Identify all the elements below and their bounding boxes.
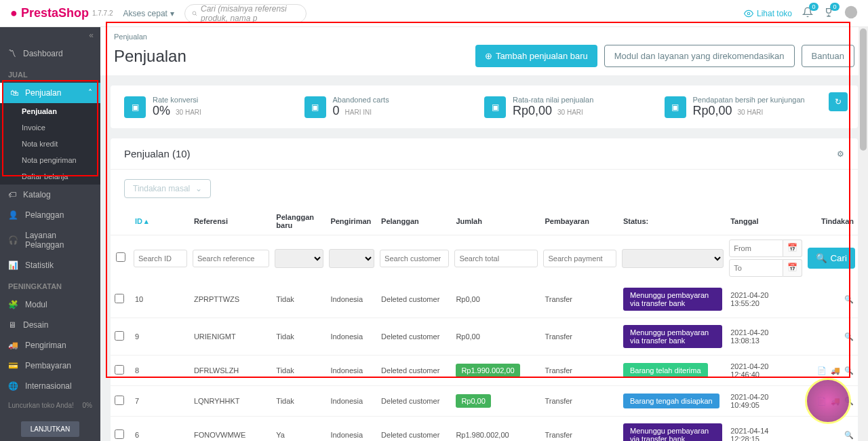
katalog-label: Katalog bbox=[23, 190, 51, 199]
cell-id: 6 bbox=[131, 417, 190, 442]
search-placeholder: Cari (misalnya referensi produk, nama p bbox=[201, 4, 299, 23]
cell-total: Rp1.980.002,00 bbox=[452, 417, 540, 442]
svg-point-0 bbox=[193, 11, 196, 14]
sidebar-item-statistik[interactable]: 📊Statistik bbox=[0, 255, 100, 275]
quick-access-label: Akses cepat bbox=[123, 9, 167, 18]
cell-cust: Deleted customer bbox=[377, 417, 452, 442]
debug-badge: 0 bbox=[830, 3, 840, 11]
row-checkbox[interactable] bbox=[115, 396, 124, 405]
sidebar-item-pengiriman[interactable]: 🚚Pengiriman bbox=[0, 335, 100, 356]
cell-ship: Indonesia bbox=[326, 417, 377, 442]
desain-label: Desain bbox=[23, 320, 48, 330]
table-row[interactable]: 7 LQNRYHHKT Tidak Indonesia Deleted cust… bbox=[111, 386, 858, 417]
pembayaran-label: Pembayaran bbox=[25, 361, 71, 370]
collapse-sidebar[interactable]: « bbox=[0, 27, 100, 43]
headset-icon: 🎧 bbox=[8, 235, 18, 245]
section-improve: PENINGKATAN bbox=[0, 275, 100, 294]
sidebar-item-layanan[interactable]: 🎧Layanan Pelanggan bbox=[0, 225, 100, 255]
cell-new: Ya bbox=[272, 417, 326, 442]
svg-point-2 bbox=[845, 6, 857, 18]
channel-avatar bbox=[805, 378, 851, 424]
status-badge: Barang tengah disiapkan bbox=[623, 394, 719, 408]
sidebar-item-pembayaran[interactable]: 💳Pembayaran bbox=[0, 356, 100, 376]
cell-date: 2021-04-1412:28:15 bbox=[726, 417, 805, 442]
launch-progress: Luncurkan toko Anda!0% bbox=[0, 396, 100, 415]
scrollbar[interactable] bbox=[859, 27, 868, 441]
profile-button[interactable] bbox=[844, 5, 858, 21]
table-row[interactable]: 6 FONOVWMWE Ya Indonesia Deleted custome… bbox=[111, 417, 858, 442]
sidebar-item-modul[interactable]: 🧩Modul bbox=[0, 294, 100, 315]
cell-ref: FONOVWMWE bbox=[190, 417, 272, 442]
dashboard-icon: 〽 bbox=[8, 49, 16, 58]
notif-badge: 0 bbox=[809, 3, 818, 11]
view-action[interactable]: 🔍 bbox=[844, 431, 854, 440]
scrollbar-thumb[interactable] bbox=[860, 28, 867, 151]
cell-cust: Deleted customer bbox=[377, 386, 452, 417]
cell-ship: Indonesia bbox=[326, 386, 377, 417]
cell-date: 2021-04-2010:49:05 bbox=[726, 386, 805, 417]
notifications-button[interactable]: 0 bbox=[802, 7, 813, 20]
logo[interactable]: ● PrestaShop bbox=[10, 6, 89, 20]
continue-button[interactable]: LANJUTKAN bbox=[21, 421, 79, 437]
annotation-highlight bbox=[2, 80, 98, 176]
modul-label: Modul bbox=[25, 300, 47, 309]
monitor-icon: 🖥 bbox=[8, 320, 16, 330]
layanan-label: Layanan Pelanggan bbox=[25, 231, 92, 250]
chevron-down-icon: ▾ bbox=[170, 9, 174, 18]
cell-id: 7 bbox=[131, 386, 190, 417]
view-shop-label: Lihat toko bbox=[757, 9, 792, 18]
cell-pay: Transfer bbox=[540, 417, 619, 442]
search-icon bbox=[192, 9, 197, 18]
sidebar-item-katalog[interactable]: 🏷Katalog bbox=[0, 185, 100, 205]
cell-total: Rp0,00 bbox=[452, 386, 540, 417]
status-badge: Menunggu pembayaran via transfer bank bbox=[623, 423, 722, 441]
debug-button[interactable]: 0 bbox=[823, 7, 834, 20]
sidebar-item-internasional[interactable]: 🌐Internasional bbox=[0, 376, 100, 396]
globe-icon: 🌐 bbox=[8, 381, 18, 391]
svg-point-1 bbox=[747, 12, 750, 15]
statistik-label: Statistik bbox=[25, 261, 54, 270]
card-icon: 💳 bbox=[8, 361, 18, 370]
app-version: 1.7.7.2 bbox=[92, 9, 113, 17]
puzzle-icon: 🧩 bbox=[8, 300, 18, 309]
internasional-label: Internasional bbox=[25, 381, 72, 391]
tag-icon: 🏷 bbox=[8, 190, 16, 199]
eye-icon bbox=[744, 9, 753, 18]
avatar-icon bbox=[844, 5, 858, 19]
annotation-highlight bbox=[106, 22, 850, 378]
pelanggan-label: Pelanggan bbox=[25, 210, 64, 220]
cell-ref: LQNRYHHKT bbox=[190, 386, 272, 417]
user-icon: 👤 bbox=[8, 210, 18, 220]
view-shop-link[interactable]: Lihat toko bbox=[744, 9, 792, 18]
chart-icon: 📊 bbox=[8, 261, 18, 270]
quick-access-dropdown[interactable]: Akses cepat ▾ bbox=[123, 9, 174, 18]
app-name: PrestaShop bbox=[21, 6, 89, 20]
cell-pay: Transfer bbox=[540, 386, 619, 417]
amount-badge: Rp0,00 bbox=[456, 394, 490, 408]
truck-icon: 🚚 bbox=[8, 341, 18, 350]
pengiriman-label: Pengiriman bbox=[25, 341, 66, 350]
search-input[interactable]: Cari (misalnya referensi produk, nama p bbox=[184, 4, 307, 23]
sidebar-item-desain[interactable]: 🖥Desain bbox=[0, 315, 100, 335]
row-checkbox[interactable] bbox=[115, 429, 124, 439]
cell-new: Tidak bbox=[272, 386, 326, 417]
dashboard-label: Dashboard bbox=[23, 49, 63, 58]
sidebar-item-pelanggan[interactable]: 👤Pelanggan bbox=[0, 205, 100, 225]
sidebar-item-dashboard[interactable]: 〽Dashboard bbox=[0, 43, 100, 64]
